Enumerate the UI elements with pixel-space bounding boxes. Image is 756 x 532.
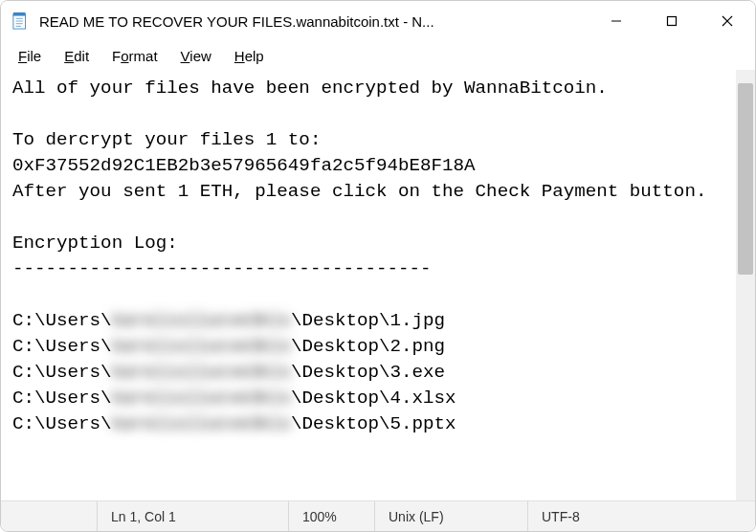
menu-edit[interactable]: Edit xyxy=(55,44,99,68)
status-position: Ln 1, Col 1 xyxy=(97,501,288,531)
maximize-button[interactable] xyxy=(644,1,700,41)
editor-area: All of your files have been encrypted by… xyxy=(1,70,755,500)
svg-rect-7 xyxy=(668,17,677,26)
statusbar: Ln 1, Col 1 100% Unix (LF) UTF-8 xyxy=(1,500,755,531)
minimize-button[interactable] xyxy=(589,1,644,41)
redacted-username: karelisllucve3kls xyxy=(112,360,291,386)
menubar: File Edit Format View Help xyxy=(1,41,755,70)
status-encoding: UTF-8 xyxy=(527,501,755,531)
menu-format[interactable]: Format xyxy=(102,44,167,68)
titlebar: READ ME TO RECOVER YOUR FILES.wannabitco… xyxy=(1,1,755,41)
menu-file[interactable]: File xyxy=(9,44,51,68)
window-controls xyxy=(589,1,755,41)
vertical-scrollbar[interactable] xyxy=(736,70,755,500)
status-eol: Unix (LF) xyxy=(374,501,527,531)
close-button[interactable] xyxy=(700,1,755,41)
redacted-username: karelisllucve3kls xyxy=(112,334,291,360)
redacted-username: karelisllucve3kls xyxy=(112,411,291,437)
text-content[interactable]: All of your files have been encrypted by… xyxy=(1,70,736,500)
menu-help[interactable]: Help xyxy=(225,44,274,68)
svg-rect-1 xyxy=(13,12,26,16)
redacted-username: karelisllucve3kls xyxy=(112,308,291,334)
scrollbar-thumb[interactable] xyxy=(738,83,753,275)
notepad-icon xyxy=(12,12,30,30)
menu-view[interactable]: View xyxy=(171,44,221,68)
window-title: READ ME TO RECOVER YOUR FILES.wannabitco… xyxy=(39,13,589,30)
redacted-username: karelisllucve3kls xyxy=(112,386,291,411)
status-zoom: 100% xyxy=(288,501,374,531)
